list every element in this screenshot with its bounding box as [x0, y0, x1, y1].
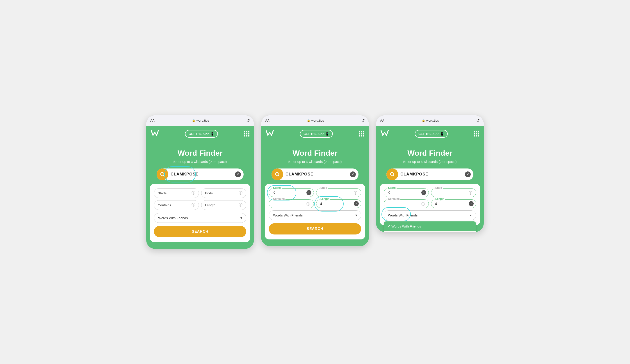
length-btn-1[interactable]: Length ⓘ	[201, 200, 246, 210]
clear-search-btn-1[interactable]: ✕	[235, 172, 241, 177]
phone-icon-1: 📱	[210, 132, 214, 136]
contains-field-3: Contains ⓘ	[384, 199, 429, 208]
get-app-btn-3[interactable]: GET THE APP 📱	[415, 130, 448, 138]
grid-dot	[361, 135, 362, 136]
bottom-spacer-1	[146, 242, 254, 249]
dropdown-item-sus[interactable]: Scrabble US	[384, 231, 476, 232]
grid-icon-1[interactable]	[244, 131, 250, 136]
search-input-2[interactable]	[283, 172, 350, 176]
app-content-2: GET THE APP 📱 Word Finder	[261, 126, 369, 246]
phone-frame-1: AA 🔒 word.tips ↺ SEARCH GET THE APP 📱	[146, 115, 254, 249]
nav-bar-1: SEARCH GET THE APP 📱	[146, 126, 254, 142]
hero-subtitle-2: Enter up to 3 wildcards (? or space)	[268, 160, 362, 164]
dropdown-item-wwf[interactable]: Words With Friends	[384, 222, 476, 231]
length-field-3: Length 4 ✕	[431, 199, 476, 208]
search-submit-btn-1[interactable]	[156, 168, 168, 180]
get-app-btn-2[interactable]: GET THE APP 📱	[300, 130, 333, 138]
grid-dot	[478, 133, 479, 134]
starts-field-wrapper-2: Starts K ✕	[269, 188, 314, 197]
starts-value-row-2: K ✕	[273, 191, 310, 195]
length-clear-2[interactable]: ✕	[354, 201, 359, 206]
phone-icon-2: 📱	[325, 132, 329, 136]
length-value-2: 4	[320, 202, 328, 206]
browser-aa-1: AA	[150, 119, 154, 122]
clear-search-btn-3[interactable]: ✕	[465, 172, 471, 177]
length-clear-3[interactable]: ✕	[469, 201, 474, 206]
get-app-text-3: GET THE APP	[418, 132, 439, 136]
starts-field-2: Starts K ✕	[269, 188, 314, 197]
starts-clear-3[interactable]: ✕	[421, 190, 426, 195]
dict-selected-label-3: Words With Friends	[388, 213, 418, 217]
search-bar-1: ✕	[156, 168, 244, 180]
starts-value-2: K	[273, 191, 282, 195]
nav-bar-2: GET THE APP 📱	[261, 126, 369, 142]
grid-dot	[244, 135, 246, 136]
contains-label-1: Contains	[158, 203, 171, 207]
browser-url-1: 🔒 word.tips	[192, 119, 209, 122]
search-bar-2: ✕	[272, 168, 358, 180]
url-text-2: word.tips	[312, 119, 324, 122]
grid-dot	[244, 131, 246, 132]
hero-subtitle-1: Enter up to 3 wildcards (? or space)	[153, 160, 247, 164]
ends-field-3: Ends ⓘ	[431, 188, 476, 197]
length-label-filled-2: Length	[320, 197, 330, 200]
search-submit-btn-2[interactable]	[272, 168, 283, 180]
starts-btn-1[interactable]: Starts ⓘ	[154, 188, 199, 198]
search-action-btn-2[interactable]: SEARCH	[269, 223, 361, 234]
main-card-3: Starts K ✕ Ends ⓘ	[380, 184, 480, 225]
contains-btn-1[interactable]: Contains ⓘ	[154, 200, 199, 210]
contains-help-2: ⓘ	[306, 202, 310, 206]
contains-value-row-3: ⓘ	[388, 202, 425, 206]
phone-frame-2: AA 🔒 word.tips ↺ GET THE APP 📱	[261, 115, 369, 246]
phone-icon-3: 📱	[440, 132, 444, 136]
url-text-1: word.tips	[196, 119, 209, 122]
dict-select-2[interactable]: Words With Friends Scrabble US Scrabble …	[269, 210, 361, 220]
bottom-spacer-2	[261, 240, 369, 246]
grid-icon-3[interactable]	[474, 131, 479, 136]
screenshots-container: AA 🔒 word.tips ↺ SEARCH GET THE APP 📱	[146, 115, 484, 249]
browser-bar-1: AA 🔒 word.tips ↺	[146, 115, 254, 126]
dict-select-1[interactable]: Words With Friends Scrabble US Scrabble …	[154, 213, 246, 223]
ends-btn-1[interactable]: Ends ⓘ	[201, 188, 246, 198]
grid-dot	[478, 135, 479, 136]
ends-label-1: Ends	[205, 191, 213, 195]
hero-title-3: Word Finder	[383, 149, 477, 158]
reload-btn-3[interactable]: ↺	[476, 118, 480, 123]
nav-bar-3: GET THE APP 📱	[376, 126, 484, 142]
logo-3	[380, 130, 389, 138]
grid-icon-2[interactable]	[359, 131, 364, 136]
grid-dot	[476, 135, 477, 136]
reload-btn-1[interactable]: ↺	[246, 118, 250, 123]
grid-dot	[359, 133, 360, 134]
ends-value-row-3: ⓘ	[435, 191, 472, 196]
reload-btn-2[interactable]: ↺	[362, 118, 365, 123]
clear-search-btn-2[interactable]: ✕	[350, 172, 356, 177]
ends-help-2: ⓘ	[354, 191, 357, 196]
select-wrapper-2: Words With Friends Scrabble US Scrabble …	[269, 210, 361, 220]
hero-section-1: Word Finder Enter up to 3 wildcards (? o…	[146, 142, 254, 180]
starts-clear-2[interactable]: ✕	[306, 190, 312, 195]
get-app-btn-1[interactable]: SEARCH GET THE APP 📱	[185, 130, 218, 138]
grid-dot	[474, 135, 475, 136]
search-input-1[interactable]	[168, 172, 235, 176]
grid-dot	[363, 131, 364, 132]
search-action-btn-1[interactable]: SEARCH	[154, 226, 246, 237]
dict-display-3[interactable]: Words With Friends ▾	[384, 210, 476, 220]
length-value-row-3: 4 ✕	[435, 202, 472, 206]
search-submit-btn-3[interactable]	[386, 168, 398, 180]
dropdown-list-3: Words With Friends Scrabble US Scrabble …	[384, 221, 476, 232]
length-field-2: Length 4 ✕	[316, 199, 361, 208]
starts-value-row-3: K ✕	[388, 191, 425, 195]
search-input-3[interactable]	[398, 172, 465, 176]
browser-bar-2: AA 🔒 word.tips ↺	[261, 115, 369, 126]
starts-value-3: K	[388, 191, 396, 195]
length-field-wrapper-2: Length 4 ✕	[316, 199, 361, 208]
app-content-1: SEARCH GET THE APP 📱 Word Finde	[146, 126, 254, 249]
filter-row-contains-length-3: Contains ⓘ Length 4 ✕	[384, 199, 476, 208]
browser-bar-3: AA 🔒 word.tips ↺	[376, 115, 484, 126]
ends-help-icon-1: ⓘ	[239, 191, 242, 196]
contains-help-3: ⓘ	[421, 202, 425, 206]
lock-icon-1: 🔒	[192, 119, 195, 122]
logo-2	[266, 130, 274, 138]
ends-help-3: ⓘ	[469, 191, 472, 196]
